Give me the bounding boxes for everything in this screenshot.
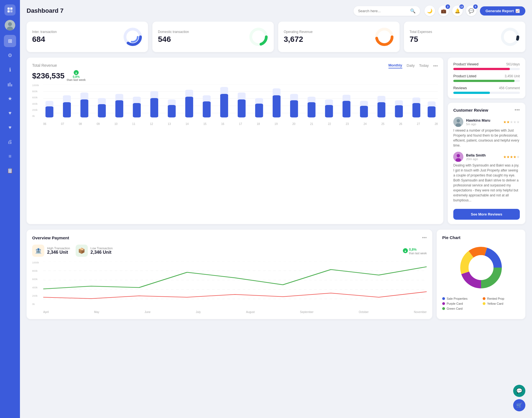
progress-val-viewed: 561/days <box>506 62 520 66</box>
y-label-800: 800k <box>32 90 42 93</box>
y-label-200: 200k <box>32 109 42 111</box>
progress-bar-fill-reviews <box>453 92 490 94</box>
legend-item-sale: Sale Properties <box>442 297 479 300</box>
review-item-1: Hawkins Maru 5m ago ★★★★★ I viewed a num… <box>453 117 520 148</box>
sidebar-item-heart1[interactable]: ♥ <box>4 107 16 119</box>
svg-point-86 <box>469 255 493 280</box>
svg-rect-33 <box>115 100 123 117</box>
svg-rect-1 <box>10 7 12 10</box>
user-avatar[interactable] <box>5 20 15 30</box>
pstat-label-low: Low Transaction <box>91 247 113 250</box>
reviewer-name-1: Hawkins Maru <box>466 118 500 122</box>
theme-toggle[interactable]: 🌙 <box>424 6 435 16</box>
progress-bar-bg-reviews <box>453 92 520 94</box>
donut-domestic <box>249 27 268 47</box>
main-content: Dashboard 7 🔍 🌙 💼 2 🔔 12 💬 5 Generate Re… <box>20 0 532 418</box>
bar-chart-svg <box>43 84 438 120</box>
bl-20: 20 <box>292 122 295 125</box>
search-input[interactable] <box>358 9 408 13</box>
sidebar-item-favorites[interactable]: ★ <box>4 93 16 105</box>
legend-dot-rented <box>483 297 485 300</box>
pstat-info-low: Low Transaction 2,346 Unit <box>91 247 113 255</box>
payment-change-label: than last week <box>409 252 427 255</box>
line-chart-wrap: 0k 200k 400k 600k 800k 1000k <box>32 261 427 314</box>
svg-rect-9 <box>11 84 12 86</box>
bl-08: 08 <box>79 122 82 125</box>
sidebar-item-reports[interactable]: 📋 <box>4 165 16 177</box>
svg-rect-43 <box>203 101 211 117</box>
bell-icon-btn[interactable]: 🔔 12 <box>452 6 463 16</box>
payment-up-icon: ▲ <box>403 248 408 253</box>
review-text-2: Dealing with Syamsudin and Bakri was a j… <box>453 163 520 203</box>
search-box[interactable]: 🔍 <box>354 6 420 16</box>
line-chart-x-labels: April May June July August September Oct… <box>43 309 427 314</box>
svg-rect-61 <box>360 106 368 117</box>
high-transaction-icon: 🏦 <box>32 245 44 257</box>
sidebar-item-analytics[interactable] <box>4 78 16 90</box>
donut-revenue <box>375 27 394 47</box>
svg-rect-47 <box>238 99 245 117</box>
reviewer-time-1: 5m ago <box>466 122 500 126</box>
legend-item-green: Green Card <box>442 307 479 310</box>
tab-daily[interactable]: Daily <box>407 63 415 68</box>
xl-july: July <box>196 311 201 314</box>
sidebar-item-heart2[interactable]: ♥ <box>4 121 16 134</box>
pstat-low: 📦 Low Transaction 2,346 Unit <box>76 245 113 257</box>
bl-28: 28 <box>435 122 438 125</box>
svg-rect-37 <box>150 98 158 117</box>
y-label-600: 600k <box>32 96 42 99</box>
reviewer-info-1: Hawkins Maru 5m ago <box>466 118 500 126</box>
svg-rect-53 <box>290 100 298 117</box>
svg-point-71 <box>457 119 460 122</box>
chat-icon-btn[interactable]: 💬 5 <box>466 6 477 16</box>
tab-today[interactable]: Today <box>419 63 429 68</box>
header-icons: 🌙 💼 2 🔔 12 💬 5 Generate Report 📈 <box>424 6 525 16</box>
progress-val-listed: 3,456 Unit <box>505 74 520 78</box>
svg-rect-41 <box>185 97 193 117</box>
more-options-icon[interactable]: ••• <box>433 63 438 68</box>
bl-27: 27 <box>417 122 420 125</box>
reviewer-avatar-2 <box>453 152 463 162</box>
revenue-change-pct: 0,8% <box>73 75 80 78</box>
payment-stats: 🏦 High Transaction 2,346 Unit 📦 Low Tran… <box>32 245 427 257</box>
review-item-header-2: Bella Smith 20m ago ★★★★★ <box>453 152 520 162</box>
pstat-high: 🏦 High Transaction 2,346 Unit <box>32 245 70 257</box>
progress-val-reviews: 456 Comment <box>499 86 520 90</box>
bl-23: 23 <box>346 122 349 125</box>
svg-rect-29 <box>80 99 88 117</box>
charts-row: Overview Payment ••• 🏦 High Transaction … <box>27 230 525 319</box>
revenue-value: $236,535 <box>32 71 65 80</box>
svg-rect-7 <box>8 83 9 86</box>
progress-name-viewed: Product Viewed <box>453 62 479 66</box>
stat-info-domestic: Domestic transaction 546 <box>158 30 189 44</box>
svg-rect-25 <box>45 106 53 117</box>
revenue-change-label: than last week <box>67 78 86 81</box>
progress-row-viewed: Product Viewed 561/days <box>453 62 520 66</box>
wallet-icon-btn[interactable]: 💼 2 <box>438 6 449 16</box>
review-more-icon[interactable]: ••• <box>515 107 520 113</box>
float-support-button[interactable]: 💬 <box>513 385 525 397</box>
generate-report-button[interactable]: Generate Report 📈 <box>480 6 525 16</box>
sidebar-item-info[interactable]: ℹ <box>4 64 16 76</box>
generate-report-label: Generate Report <box>485 9 514 13</box>
revenue-header: Total Revenue Monthly Daily Today ••• <box>32 63 438 68</box>
xl-august: August <box>246 311 255 314</box>
tab-monthly[interactable]: Monthly <box>388 63 402 68</box>
sidebar-item-menu[interactable]: ≡ <box>4 150 16 162</box>
pstat-info-high: High Transaction 2,346 Unit <box>47 247 70 255</box>
xl-nov: November <box>414 311 427 314</box>
bl-26: 26 <box>399 122 402 125</box>
sidebar-item-print[interactable]: 🖨 <box>4 136 16 148</box>
progress-row-listed: Product Listed 3,456 Unit <box>453 74 520 78</box>
legend-dot-yellow <box>483 302 485 305</box>
sidebar-item-settings[interactable]: ⚙ <box>4 49 16 61</box>
svg-rect-8 <box>9 83 11 86</box>
payment-more-icon[interactable]: ••• <box>422 235 427 240</box>
see-more-reviews-button[interactable]: See More Reviews <box>453 209 520 220</box>
svg-rect-55 <box>308 102 315 117</box>
stat-info-revenue: Operating Revenue 3,672 <box>284 30 313 44</box>
sidebar-item-dashboard[interactable]: ⊞ <box>4 35 16 47</box>
bl-25: 25 <box>381 122 384 125</box>
svg-rect-49 <box>255 104 263 117</box>
float-cart-button[interactable]: 🛒 <box>513 399 525 411</box>
